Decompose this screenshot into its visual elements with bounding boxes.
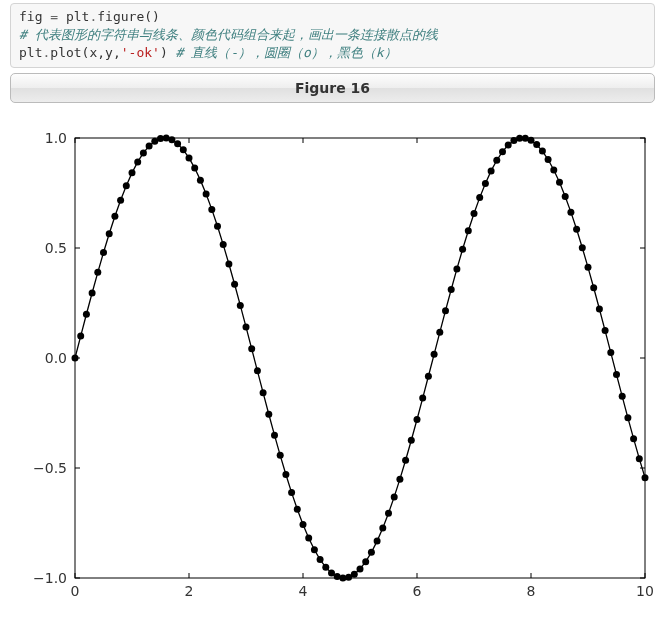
- code-text: fig: [19, 9, 50, 24]
- svg-rect-0: [75, 138, 645, 578]
- series-marker: [254, 367, 261, 374]
- series-marker: [453, 265, 460, 272]
- series-marker: [528, 136, 535, 143]
- series-marker: [305, 534, 312, 541]
- code-text: ): [160, 45, 176, 60]
- series-marker: [573, 225, 580, 232]
- series-marker: [613, 371, 620, 378]
- series-marker: [271, 431, 278, 438]
- series-marker: [180, 146, 187, 153]
- series-marker: [596, 305, 603, 312]
- figure-title-text: Figure 16: [295, 80, 370, 96]
- code-op: =: [50, 9, 58, 24]
- series-marker: [357, 565, 364, 572]
- series-marker: [220, 241, 227, 248]
- series-marker: [545, 156, 552, 163]
- series-marker: [585, 263, 592, 270]
- series-marker: [117, 196, 124, 203]
- y-tick-label: 0.5: [45, 240, 67, 256]
- series-marker: [442, 307, 449, 314]
- series-marker: [351, 570, 358, 577]
- y-tick-label: −1.0: [33, 570, 67, 586]
- series-marker: [174, 140, 181, 147]
- x-tick-label: 4: [299, 583, 308, 599]
- series-marker: [186, 154, 193, 161]
- code-text: figure(): [97, 9, 160, 24]
- code-string: '-ok': [121, 45, 160, 60]
- series-marker: [277, 451, 284, 458]
- series-marker: [89, 289, 96, 296]
- series-marker: [282, 471, 289, 478]
- series-marker: [642, 474, 649, 481]
- code-text: plot(x,y,: [50, 45, 120, 60]
- series-marker: [265, 410, 272, 417]
- series-marker: [134, 158, 141, 165]
- series-marker: [111, 212, 118, 219]
- series-marker: [550, 166, 557, 173]
- series-marker: [619, 392, 626, 399]
- series-marker: [419, 394, 426, 401]
- series-marker: [402, 456, 409, 463]
- series-marker: [168, 136, 175, 143]
- series-marker: [322, 563, 329, 570]
- series-marker: [146, 142, 153, 149]
- series-marker: [191, 164, 198, 171]
- x-tick-label: 2: [185, 583, 194, 599]
- series-marker: [317, 556, 324, 563]
- series-marker: [408, 436, 415, 443]
- series-marker: [488, 167, 495, 174]
- series-marker: [533, 141, 540, 148]
- x-tick-label: 6: [413, 583, 422, 599]
- series-marker: [294, 505, 301, 512]
- series-marker: [243, 323, 250, 330]
- code-comment: # 代表图形的字符串与线条、颜色代码组合来起，画出一条连接散点的线: [19, 27, 438, 42]
- code-comment: # 直线（-），圆圈（o），黑色（k）: [176, 45, 397, 60]
- series-line: [75, 138, 645, 578]
- series-marker: [579, 244, 586, 251]
- x-tick-label: 10: [636, 583, 654, 599]
- series-marker: [414, 416, 421, 423]
- series-marker: [300, 521, 307, 528]
- y-tick-label: 1.0: [45, 130, 67, 146]
- series-marker: [225, 260, 232, 267]
- series-marker: [362, 558, 369, 565]
- series-marker: [83, 310, 90, 317]
- series-marker: [607, 349, 614, 356]
- series-marker: [214, 222, 221, 229]
- series-marker: [100, 249, 107, 256]
- x-tick-label: 8: [527, 583, 536, 599]
- series-marker: [129, 169, 136, 176]
- series-marker: [396, 475, 403, 482]
- series-marker: [106, 230, 113, 237]
- series-marker: [436, 328, 443, 335]
- series-marker: [499, 148, 506, 155]
- series-marker: [368, 548, 375, 555]
- series-marker: [602, 327, 609, 334]
- plot-area: −1.0−0.50.00.51.00246810: [10, 123, 655, 603]
- series-marker: [624, 414, 631, 421]
- series-marker: [94, 268, 101, 275]
- series-marker: [556, 178, 563, 185]
- series-marker: [260, 389, 267, 396]
- series-marker: [311, 546, 318, 553]
- series-marker: [197, 176, 204, 183]
- series-marker: [379, 524, 386, 531]
- series-marker: [140, 149, 147, 156]
- series-marker: [476, 194, 483, 201]
- series-marker: [203, 190, 210, 197]
- series-marker: [567, 208, 574, 215]
- series-marker: [425, 372, 432, 379]
- series-marker: [448, 286, 455, 293]
- series-marker: [77, 332, 84, 339]
- line-chart: −1.0−0.50.00.51.00246810: [10, 123, 655, 603]
- series-marker: [562, 192, 569, 199]
- series-marker: [493, 156, 500, 163]
- series-marker: [471, 210, 478, 217]
- series-marker: [465, 227, 472, 234]
- code-block: fig = plt.figure() # 代表图形的字符串与线条、颜色代码组合来…: [10, 3, 655, 68]
- series-marker: [636, 455, 643, 462]
- series-marker: [231, 280, 238, 287]
- series-marker: [431, 350, 438, 357]
- y-tick-label: −0.5: [33, 460, 67, 476]
- series-marker: [391, 493, 398, 500]
